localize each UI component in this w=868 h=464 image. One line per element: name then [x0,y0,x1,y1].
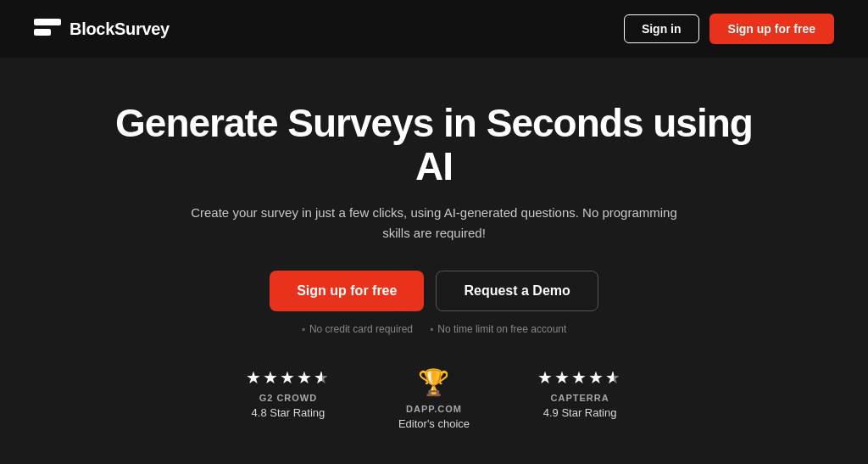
dapp-label: Editor's choice [398,417,470,430]
signup-hero-button[interactable]: Sign up for free [270,271,424,311]
logo-text: BlockSurvey [70,20,170,39]
hero-buttons: Sign up for free Request a Demo [270,271,598,311]
nav-buttons: Sign in Sign up for free [624,14,834,44]
hero-title: Generate Surveys in Seconds using AI [95,102,773,187]
hero-subtitle: Create your survey in just a few clicks,… [188,203,680,243]
capterra-label: 4.9 Star Rating [543,406,617,419]
ratings-section: ★★★★★★ G2 CROWD 4.8 Star Rating 🏆 DAPP.C… [246,367,622,430]
logo: BlockSurvey [34,19,170,39]
rating-dapp: 🏆 DAPP.COM Editor's choice [398,367,470,430]
g2-source: G2 CROWD [259,393,318,403]
dapp-source: DAPP.COM [406,404,462,414]
hero-section: Generate Surveys in Seconds using AI Cre… [0,58,868,430]
signup-nav-button[interactable]: Sign up for free [709,14,834,44]
rating-g2: ★★★★★★ G2 CROWD 4.8 Star Rating [246,367,331,419]
capterra-source: CAPTERRA [551,393,609,403]
capterra-stars: ★★★★★★ [537,367,622,388]
signin-button[interactable]: Sign in [624,14,699,43]
disclaimer-no-limit: No time limit on free account [430,323,566,335]
navbar: BlockSurvey Sign in Sign up for free [0,0,868,58]
logo-icon [34,19,61,39]
rating-capterra: ★★★★★★ CAPTERRA 4.9 Star Rating [537,367,622,419]
hero-disclaimer: No credit card required No time limit on… [302,323,567,335]
demo-button[interactable]: Request a Demo [436,271,598,311]
disclaimer-no-credit: No credit card required [302,323,413,335]
g2-label: 4.8 Star Rating [252,406,326,419]
trophy-icon: 🏆 [418,367,449,397]
g2-stars: ★★★★★★ [246,367,331,388]
